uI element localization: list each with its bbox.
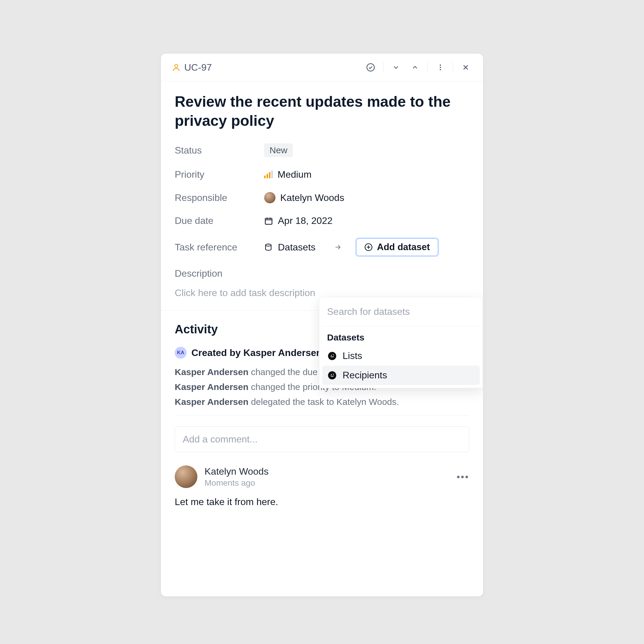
divider — [175, 415, 469, 416]
created-by-text: Created by Kasper Andersen — [191, 347, 322, 358]
priority-value[interactable]: Medium — [264, 169, 312, 180]
plus-circle-icon — [364, 243, 373, 251]
add-dataset-label: Add dataset — [377, 242, 430, 253]
svg-point-9 — [331, 354, 332, 355]
svg-point-1 — [367, 64, 374, 71]
dataset-search-input[interactable]: Search for datasets — [322, 300, 480, 326]
svg-point-10 — [328, 371, 336, 380]
more-icon[interactable] — [434, 61, 447, 74]
dataset-item-icon — [327, 370, 337, 380]
card-header: UC-97 — [161, 54, 483, 81]
creator-avatar-badge: KA — [175, 347, 187, 359]
chevron-up-icon[interactable] — [408, 61, 422, 74]
dataset-option-lists[interactable]: Lists — [322, 346, 480, 366]
popover-section-label: Datasets — [322, 326, 480, 346]
due-date-value[interactable]: Apr 18, 2022 — [264, 215, 332, 226]
dataset-option-recipients[interactable]: Recipients — [322, 366, 480, 385]
task-reference-label: Task reference — [175, 242, 264, 253]
svg-point-11 — [331, 374, 332, 375]
priority-label: Priority — [175, 169, 264, 180]
dataset-option-label: Lists — [343, 350, 362, 361]
description-label: Description — [175, 268, 469, 279]
divider — [428, 62, 428, 73]
complete-icon[interactable] — [364, 61, 377, 74]
comment-time: Moments ago — [205, 478, 449, 488]
dataset-item-icon — [327, 351, 337, 361]
priority-bars-icon — [264, 171, 273, 178]
comment-more-icon[interactable]: ••• — [456, 471, 469, 482]
task-title[interactable]: Review the recent updates made to the pr… — [175, 92, 469, 130]
svg-point-8 — [328, 352, 336, 360]
divider — [453, 62, 453, 73]
dataset-popover: Search for datasets Datasets Lists Recip… — [319, 297, 483, 388]
due-date-label: Due date — [175, 215, 264, 226]
comment-author: Katelyn Woods — [205, 466, 449, 477]
activity-log-line: Kasper Andersen delegated the task to Ka… — [175, 397, 469, 407]
add-dataset-button[interactable]: Add dataset — [356, 238, 438, 256]
task-reference-text[interactable]: Datasets — [278, 242, 315, 253]
svg-point-2 — [440, 64, 441, 66]
due-date-text: Apr 18, 2022 — [278, 215, 332, 226]
svg-point-4 — [440, 69, 441, 70]
close-icon[interactable] — [459, 61, 472, 74]
avatar — [264, 192, 275, 203]
divider — [383, 62, 383, 73]
comment-input[interactable]: Add a comment... — [175, 426, 469, 452]
arrow-right-icon — [334, 243, 342, 251]
responsible-name: Katelyn Woods — [280, 192, 344, 203]
database-icon — [264, 243, 273, 251]
responsible-value[interactable]: Katelyn Woods — [264, 192, 344, 203]
avatar — [175, 465, 197, 488]
chevron-down-icon[interactable] — [389, 61, 403, 74]
responsible-label: Responsible — [175, 192, 264, 203]
svg-rect-5 — [265, 218, 272, 224]
dataset-option-label: Recipients — [343, 370, 387, 381]
svg-point-0 — [175, 64, 178, 67]
comment-body: Let me take it from here. — [175, 496, 469, 507]
svg-point-6 — [266, 244, 271, 246]
status-label: Status — [175, 145, 264, 156]
task-card: UC-97 Review the recent update — [161, 54, 483, 596]
ticket-id[interactable]: UC-97 — [184, 62, 212, 73]
status-badge[interactable]: New — [264, 143, 293, 157]
user-icon — [172, 61, 181, 74]
priority-text: Medium — [278, 169, 312, 180]
calendar-icon — [264, 216, 273, 225]
svg-point-3 — [440, 67, 441, 68]
